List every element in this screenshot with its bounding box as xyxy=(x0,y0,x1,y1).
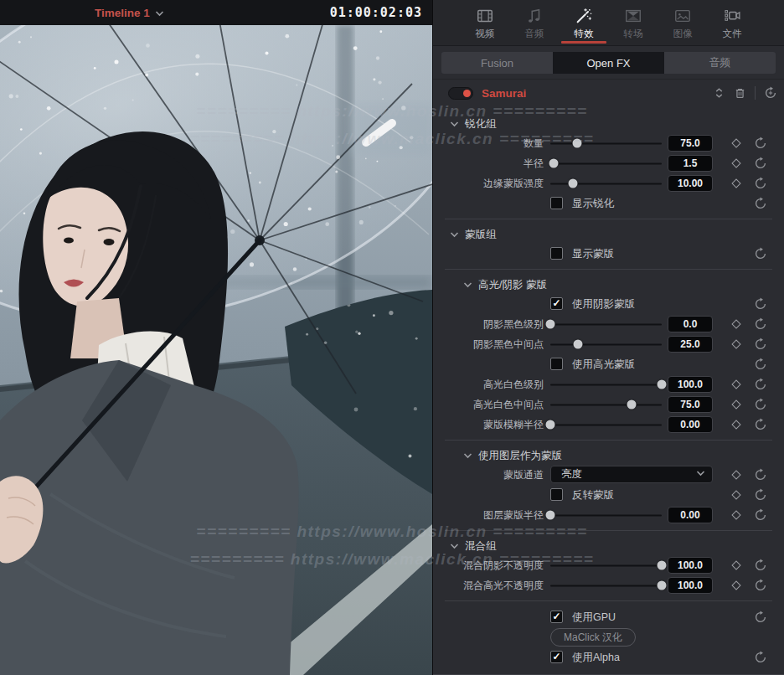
nav-tab-magic-wand[interactable]: 特效 xyxy=(560,0,607,45)
param-value[interactable]: 25.0 xyxy=(668,336,713,353)
slider-track xyxy=(550,564,662,566)
reset-icon[interactable] xyxy=(754,338,767,351)
keyframe-diamond-icon[interactable] xyxy=(731,138,740,147)
reset-icon[interactable] xyxy=(754,488,767,502)
keyframe-diamond-icon[interactable] xyxy=(731,580,740,590)
reset-icon[interactable] xyxy=(754,317,767,331)
reset-icon[interactable] xyxy=(754,358,767,371)
param-value[interactable]: 75.0 xyxy=(668,135,713,152)
keyframe-diamond-icon[interactable] xyxy=(731,420,740,429)
checkbox[interactable] xyxy=(550,488,563,501)
reset-icon[interactable] xyxy=(754,508,767,522)
keyframe-diamond-icon[interactable] xyxy=(731,470,740,479)
reset-icon[interactable] xyxy=(754,651,767,664)
nav-tab-music-note[interactable]: 音频 xyxy=(511,0,558,45)
reset-icon[interactable] xyxy=(754,468,767,482)
param-row: 蒙版模糊半径0.00 xyxy=(433,415,784,435)
param-value[interactable]: 0.00 xyxy=(668,416,713,433)
keyframe-diamond-icon[interactable] xyxy=(731,379,740,389)
chevron-down-icon xyxy=(696,470,705,477)
slider-track xyxy=(550,183,662,184)
param-slider[interactable] xyxy=(550,320,662,329)
timeline-selector[interactable]: Timeline 1 xyxy=(95,0,164,25)
keyframe-diamond-icon[interactable] xyxy=(731,178,740,188)
nav-tab-image[interactable]: 图像 xyxy=(659,0,706,45)
param-value[interactable]: 10.00 xyxy=(668,175,713,192)
nav-tab-camera[interactable]: 文件 xyxy=(709,0,756,45)
reset-all-icon[interactable] xyxy=(764,86,777,100)
slider-thumb[interactable] xyxy=(658,581,667,590)
keyframe-diamond-icon[interactable] xyxy=(731,158,740,167)
group-header[interactable]: 使用图层作为蒙版 xyxy=(433,446,784,465)
viewer-image[interactable] xyxy=(0,25,432,675)
param-slider[interactable] xyxy=(550,420,662,430)
slider-thumb[interactable] xyxy=(568,179,577,188)
param-slider[interactable] xyxy=(550,179,662,188)
param-value[interactable]: 100.0 xyxy=(668,376,713,393)
slider-thumb[interactable] xyxy=(658,561,667,570)
keyframe-diamond-icon[interactable] xyxy=(731,560,740,569)
trash-icon[interactable] xyxy=(734,86,746,100)
reset-icon[interactable] xyxy=(754,418,767,431)
reset-icon[interactable] xyxy=(754,559,767,572)
slider-thumb[interactable] xyxy=(658,380,667,389)
group-header[interactable]: 蒙版组 xyxy=(433,225,784,244)
reset-icon[interactable] xyxy=(754,157,767,170)
param-value[interactable]: 0.0 xyxy=(668,316,713,332)
param-slider[interactable] xyxy=(550,400,662,410)
param-slider[interactable] xyxy=(550,159,662,168)
reset-icon[interactable] xyxy=(754,137,767,150)
checkbox[interactable] xyxy=(550,297,563,310)
nav-tab-transition[interactable]: 转场 xyxy=(610,0,657,45)
reset-icon[interactable] xyxy=(754,197,767,210)
reset-icon[interactable] xyxy=(754,247,767,260)
keyframe-diamond-icon[interactable] xyxy=(731,490,740,499)
slider-thumb[interactable] xyxy=(546,420,555,430)
maclick-button[interactable]: MaClick 汉化 xyxy=(550,628,636,647)
checkbox[interactable] xyxy=(550,651,563,663)
slider-thumb[interactable] xyxy=(549,159,558,168)
slider-thumb[interactable] xyxy=(546,511,555,520)
keyframe-diamond-icon[interactable] xyxy=(731,399,740,409)
group-header[interactable]: 锐化组 xyxy=(433,115,784,133)
reset-icon[interactable] xyxy=(754,398,767,411)
effect-enable-toggle[interactable] xyxy=(448,87,473,100)
nav-tab-film[interactable]: 视频 xyxy=(462,0,508,45)
reset-icon[interactable] xyxy=(754,611,767,624)
slider-thumb[interactable] xyxy=(572,139,581,148)
param-value[interactable]: 75.0 xyxy=(668,396,713,413)
checkbox[interactable] xyxy=(550,197,563,209)
reorder-icon[interactable] xyxy=(713,86,725,100)
slider-track xyxy=(550,162,662,164)
param-value[interactable]: 1.5 xyxy=(668,155,713,172)
reset-icon[interactable] xyxy=(754,297,767,311)
param-slider[interactable] xyxy=(550,561,662,570)
slider-thumb[interactable] xyxy=(546,320,555,329)
checkbox[interactable] xyxy=(550,358,563,370)
param-slider[interactable] xyxy=(550,340,662,349)
param-slider[interactable] xyxy=(550,380,662,389)
checkbox[interactable] xyxy=(550,247,563,260)
param-value[interactable]: 100.0 xyxy=(668,557,713,574)
keyframe-diamond-icon[interactable] xyxy=(731,510,740,519)
slider-thumb[interactable] xyxy=(574,340,583,349)
reset-icon[interactable] xyxy=(754,177,767,190)
param-slider[interactable] xyxy=(550,581,662,590)
fx-tab[interactable]: 音频 xyxy=(664,52,776,74)
mask-channel-dropdown[interactable]: 亮度 xyxy=(550,466,713,483)
checkbox[interactable] xyxy=(550,611,563,623)
param-slider[interactable] xyxy=(550,511,662,520)
reset-icon[interactable] xyxy=(754,579,767,592)
group-header[interactable]: 高光/阴影 蒙版 xyxy=(433,276,784,294)
keyframe-diamond-icon[interactable] xyxy=(731,319,740,328)
slider-thumb[interactable] xyxy=(627,400,637,410)
checkbox-label: 显示锐化 xyxy=(572,197,614,211)
group-header[interactable]: 混合组 xyxy=(433,537,784,555)
fx-tab[interactable]: Open FX xyxy=(553,52,664,74)
param-value[interactable]: 0.00 xyxy=(668,507,713,523)
fx-tab[interactable]: Fusion xyxy=(441,52,553,74)
param-slider[interactable] xyxy=(550,139,662,148)
reset-icon[interactable] xyxy=(754,378,767,391)
param-value[interactable]: 100.0 xyxy=(668,577,713,594)
keyframe-diamond-icon[interactable] xyxy=(731,339,740,348)
